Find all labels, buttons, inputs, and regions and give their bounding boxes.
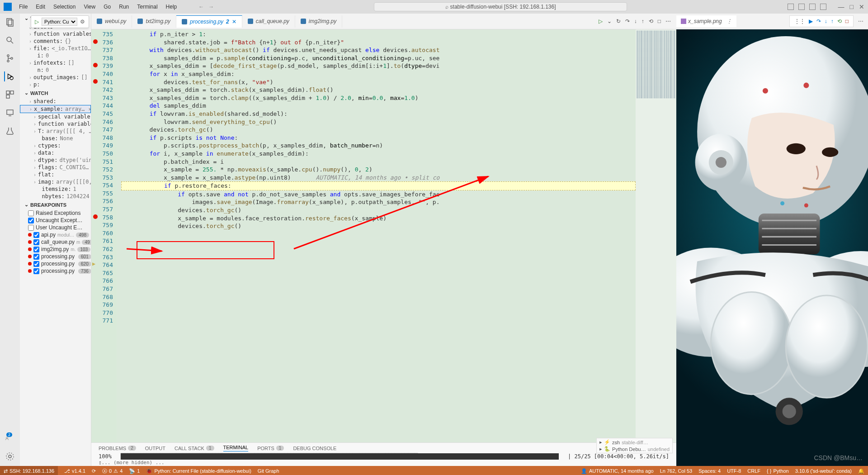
tab-processing.py[interactable]: processing.py2 ✕ [176, 15, 242, 28]
remote-icon[interactable] [5, 108, 15, 118]
menu-file[interactable]: File [15, 3, 31, 11]
image-tab[interactable]: x_sample.png⋮ [676, 15, 736, 27]
extensions-icon[interactable] [5, 90, 15, 100]
more-icon[interactable]: ⋯ [665, 18, 671, 24]
panel-tab-debug-console[interactable]: DEBUG CONSOLE [293, 446, 336, 451]
menu-run[interactable]: Run [115, 3, 132, 11]
watch-row[interactable]: itemsize: 1 [20, 185, 91, 193]
bp-option[interactable]: User Uncaught E… [20, 224, 91, 231]
minimize-icon[interactable]: — [838, 3, 844, 10]
run-dropdown-icon[interactable]: ⌄ [607, 18, 612, 24]
continue-icon[interactable]: ▶ [809, 18, 813, 24]
watch-row[interactable]: › imag: array([[[0,… [20, 178, 91, 185]
watch-row[interactable]: › dtype: dtype('uin… [20, 157, 91, 164]
step-into-icon[interactable]: ↓ [825, 18, 827, 24]
image-viewer[interactable] [676, 29, 868, 466]
interpreter-status[interactable]: 3.10.6 ('sd-webui': conda) [795, 468, 852, 474]
stop-icon[interactable]: □ [845, 18, 849, 24]
watch-row[interactable]: › function variables [20, 120, 91, 128]
menu-go[interactable]: Go [100, 3, 114, 11]
watch-row[interactable]: › T: array([[[ 4, … [20, 128, 91, 135]
language-status[interactable]: { } Python [767, 468, 789, 474]
bp-file[interactable]: processing.py 736 [20, 267, 91, 275]
step-over-icon[interactable]: ↷ [816, 18, 821, 24]
sync-icon[interactable]: ⟳ [92, 468, 96, 474]
terminal-session[interactable]: ▸⚡ zsh stable-diff… [599, 439, 670, 445]
debug-config-select[interactable]: Python: Cu [42, 18, 77, 26]
line-gutter[interactable]: 7357367377387397407417427437447457467477… [91, 29, 117, 442]
menu-help[interactable]: Help [162, 3, 181, 11]
account-icon[interactable]: 2 [5, 433, 15, 443]
var-row[interactable]: i: 0 [20, 52, 91, 59]
watch-row[interactable]: › flags: C_CONTIG… [20, 164, 91, 171]
bp-file[interactable]: processing.py 620 [20, 260, 91, 267]
debug-icon[interactable] [4, 71, 14, 81]
var-row[interactable]: › infotexts: [] [20, 59, 91, 66]
testing-icon[interactable] [5, 126, 15, 136]
start-debug-icon[interactable]: ▷ [35, 19, 39, 25]
watch-row[interactable]: base: None [20, 135, 91, 142]
var-row[interactable]: › file: <_io.TextIO… [20, 45, 91, 52]
restart-icon[interactable]: ⟲ [649, 18, 653, 24]
var-row[interactable]: › output_images: [] [20, 74, 91, 81]
terminal-output[interactable]: 100% ███████████████████████████████████… [91, 453, 676, 460]
layout-icon[interactable] [788, 4, 794, 10]
step-over-icon[interactable]: ↷ [625, 18, 630, 24]
cursor-position[interactable]: Ln 762, Col 53 [660, 468, 693, 474]
forward-icon[interactable]: → [208, 4, 214, 10]
layout-icon[interactable] [809, 4, 816, 10]
minimap[interactable]: ▬▬▬ ▬▬ ▬▬▬▬ ▬ ▬▬▬ ▬▬▬ ▬▬ ▬▬▬▬ ▬ ▬▬▬ ▬▬▬ … [636, 29, 676, 442]
step-into-icon[interactable]: ↓ [634, 18, 637, 24]
tab-call_queue.py[interactable]: call_queue.py [242, 15, 295, 28]
tab-txt2img.py[interactable]: txt2img.py [132, 15, 176, 28]
panel-tab-terminal[interactable]: TERMINAL [223, 445, 249, 451]
grip-icon[interactable]: ⋮⋮ [794, 18, 805, 24]
layout-icon[interactable] [798, 4, 805, 10]
code-editor[interactable]: if p.n_iter > 1: shared.state.job = f"Ba… [117, 29, 636, 442]
ports-status[interactable]: 📡 1 [129, 468, 140, 474]
watch-row[interactable]: nbytes: 1204224 [20, 193, 91, 200]
panel-tab-output[interactable]: OUTPUT [145, 446, 165, 451]
breakpoints-header[interactable]: ⌄BREAKPOINTS [20, 200, 91, 209]
var-row[interactable]: › function variables [20, 30, 91, 38]
stop-icon[interactable]: □ [658, 18, 661, 24]
menu-edit[interactable]: Edit [32, 3, 49, 11]
continue-icon[interactable]: ↻ [616, 18, 621, 24]
layout-icon[interactable] [820, 4, 826, 10]
var-row[interactable]: › comments: {} [20, 38, 91, 45]
search-icon[interactable] [5, 35, 15, 45]
step-out-icon[interactable]: ↑ [831, 18, 834, 24]
git-graph[interactable]: Git Graph [258, 468, 279, 474]
problems-status[interactable]: ⓧ 0 ⚠ 4 [102, 468, 123, 475]
var-row[interactable]: › p: [20, 81, 91, 88]
menu-view[interactable]: View [80, 3, 99, 11]
panel-tab-problems[interactable]: PROBLEMS 2 [99, 446, 136, 451]
var-row[interactable]: n: 0 [20, 66, 91, 74]
bp-file[interactable]: img2img.py m.103 [20, 246, 91, 253]
more-icon[interactable]: ⋯ [854, 18, 868, 24]
close-icon[interactable]: ✕ [859, 3, 864, 10]
settings-icon[interactable] [5, 451, 15, 461]
watch-row[interactable]: › data: [20, 149, 91, 157]
panel-tab-ports[interactable]: PORTS 1 [257, 446, 284, 451]
eol-status[interactable]: CRLF [747, 468, 760, 474]
step-out-icon[interactable]: ↑ [642, 18, 644, 24]
bp-option[interactable]: Uncaught Except… [20, 217, 91, 224]
debug-status[interactable]: 🐞 Python: Current File (stable-diffusion… [146, 468, 251, 474]
blame-status[interactable]: 👤 AUTOMATIC, 14 months ago [581, 468, 654, 474]
watch-row[interactable]: › ctypes: [20, 142, 91, 149]
command-center[interactable]: ⌕ stable-diffusion-webui [SSH: 192.168.1… [374, 2, 627, 11]
maximize-icon[interactable]: □ [850, 3, 854, 10]
panel-tab-call-stack[interactable]: CALL STACK 1 [175, 446, 214, 451]
watch-row[interactable]: › x_sample: array…✕ [20, 105, 91, 113]
tab-img2img.py[interactable]: img2img.py [295, 15, 342, 28]
notifications-icon[interactable]: 🔔 [858, 468, 864, 474]
explorer-icon[interactable] [5, 17, 15, 27]
bp-file[interactable]: api.py modul…498 [20, 231, 91, 238]
watch-row[interactable]: › special variables [20, 113, 91, 120]
bp-file[interactable]: processing.py 601 [20, 253, 91, 260]
watch-header[interactable]: ⌄WATCH [20, 88, 91, 98]
watch-row[interactable]: › shared: [20, 98, 91, 105]
run-icon[interactable]: ▷ [599, 18, 603, 24]
menu-selection[interactable]: Selection [50, 3, 79, 11]
